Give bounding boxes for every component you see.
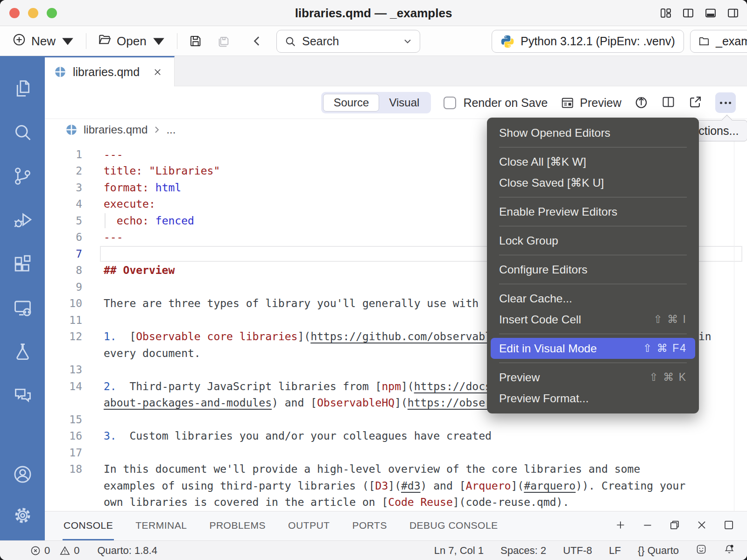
- menu-item-preview[interactable]: Preview⇧ ⌘ K: [487, 367, 699, 388]
- menu-item-close-saved-k-u[interactable]: Close Saved [⌘K U]: [487, 172, 699, 193]
- code-line-content[interactable]: format: html: [104, 182, 181, 194]
- eol-status[interactable]: LF: [609, 545, 621, 557]
- split-editor-layout-icon[interactable]: [682, 7, 695, 21]
- code-line-content[interactable]: echo: fenced: [104, 215, 194, 227]
- source-control-icon[interactable]: [0, 154, 45, 198]
- panel-tab-output[interactable]: OUTPUT: [287, 511, 331, 540]
- panel-tab-debug-console[interactable]: DEBUG CONSOLE: [409, 511, 499, 540]
- toggle-panel-icon[interactable]: [704, 7, 717, 21]
- account-icon[interactable]: [0, 454, 45, 495]
- save-all-button[interactable]: [217, 34, 231, 48]
- toggle-secondary-sidebar-icon[interactable]: [726, 7, 740, 21]
- tab-libraries-qmd[interactable]: libraries.qmd: [45, 56, 175, 86]
- code-line-content[interactable]: own libraries is covered in the article …: [104, 496, 569, 508]
- menu-item-show-opened-editors[interactable]: Show Opened Editors: [487, 122, 699, 143]
- code-line-content[interactable]: In this document we'll provide a high-le…: [104, 463, 640, 475]
- code-line-content[interactable]: title: "Libraries": [104, 165, 220, 177]
- menu-item-edit-in-visual-mode[interactable]: Edit in Visual Mode⇧ ⌘ F4: [491, 338, 695, 359]
- workspace-selector-button[interactable]: _examples: [690, 30, 747, 53]
- code-line[interactable]: own libraries is covered in the article …: [45, 494, 747, 511]
- explorer-icon[interactable]: [0, 66, 45, 110]
- extensions-icon[interactable]: [0, 242, 45, 286]
- search-placeholder: Search: [302, 35, 339, 48]
- code-line-content[interactable]: ---: [104, 231, 123, 243]
- quarto-version-status[interactable]: Quarto: 1.8.4: [98, 545, 157, 557]
- menu-item-enable-preview-editors[interactable]: Enable Preview Editors: [487, 201, 699, 222]
- testing-icon[interactable]: [0, 329, 45, 373]
- code-line-content[interactable]: ---: [104, 148, 123, 161]
- chevron-down-icon: [152, 34, 166, 48]
- activity-bar: [0, 56, 45, 540]
- line-number: 15: [45, 413, 82, 426]
- code-line[interactable]: 18In this document we'll provide a high-…: [45, 461, 747, 478]
- line-number: 18: [45, 463, 82, 475]
- menu-item-lock-group[interactable]: Lock Group: [487, 230, 699, 251]
- visual-mode-button[interactable]: Visual: [379, 94, 429, 112]
- render-on-save-checkbox[interactable]: [444, 97, 456, 109]
- render-button[interactable]: [634, 95, 648, 111]
- panel-tab-problems[interactable]: PROBLEMS: [208, 511, 267, 540]
- code-line[interactable]: 15: [45, 411, 747, 428]
- menu-item-label: Clear Cache...: [499, 292, 572, 305]
- comments-icon[interactable]: [0, 373, 45, 417]
- chevron-down-icon: [61, 34, 75, 48]
- code-line-content[interactable]: examples of using third-party libraries …: [104, 480, 685, 492]
- panel-tab-console[interactable]: CONSOLE: [63, 511, 114, 540]
- editor-actions-menu: Show Opened EditorsClose All [⌘K W]Close…: [487, 118, 699, 413]
- split-editor-button[interactable]: [661, 95, 676, 111]
- menu-item-clear-cache[interactable]: Clear Cache...: [487, 288, 699, 309]
- code-line-content[interactable]: 3. Custom libraries you and/or your coll…: [104, 430, 492, 442]
- remote-explorer-icon[interactable]: [0, 286, 45, 329]
- open-button[interactable]: Open: [98, 33, 166, 50]
- menu-item-preview-format[interactable]: Preview Format...: [487, 388, 699, 409]
- interpreter-selector-button[interactable]: Python 3.12.1 (PipEnv: .venv): [492, 30, 684, 53]
- menu-item-label: Enable Preview Editors: [499, 205, 617, 218]
- panel-tab-terminal[interactable]: TERMINAL: [134, 511, 188, 540]
- open-in-new-window-button[interactable]: [688, 95, 703, 111]
- feedback-button[interactable]: [696, 544, 707, 558]
- code-line-content[interactable]: execute:: [104, 198, 155, 210]
- notifications-button[interactable]: [724, 544, 735, 558]
- source-mode-button[interactable]: Source: [323, 94, 379, 112]
- code-line-content[interactable]: ## Overview: [104, 264, 175, 276]
- line-number: 7: [45, 248, 82, 260]
- menu-item-label: Preview Format...: [499, 392, 589, 405]
- settings-icon[interactable]: [0, 495, 45, 536]
- navigate-back-button[interactable]: [250, 34, 264, 48]
- menu-item-configure-editors[interactable]: Configure Editors: [487, 259, 699, 280]
- language-mode-status[interactable]: {} Quarto: [638, 545, 679, 557]
- warning-count: 0: [74, 545, 79, 557]
- tab-label: libraries.qmd: [73, 65, 140, 79]
- search-icon[interactable]: [0, 110, 45, 154]
- breadcrumb-file[interactable]: libraries.qmd: [84, 123, 148, 136]
- run-debug-icon[interactable]: [0, 198, 45, 242]
- code-line-content[interactable]: every document.: [104, 347, 201, 359]
- code-line[interactable]: 163. Custom libraries you and/or your co…: [45, 428, 747, 445]
- save-button[interactable]: [189, 34, 203, 48]
- problems-status[interactable]: 0 0: [30, 545, 80, 557]
- breadcrumb-more[interactable]: ...: [166, 123, 176, 136]
- minimize-icon[interactable]: [641, 519, 654, 533]
- menu-item-close-all-k-w[interactable]: Close All [⌘K W]: [487, 151, 699, 172]
- code-line[interactable]: 17: [45, 444, 747, 461]
- restore-icon[interactable]: [669, 519, 681, 533]
- cursor-position-status[interactable]: Ln 7, Col 1: [434, 545, 484, 557]
- close-tab-icon[interactable]: [153, 67, 162, 77]
- code-line-content[interactable]: There are three types of library you'll …: [104, 297, 479, 309]
- customize-layout-icon[interactable]: [659, 7, 672, 21]
- preview-button[interactable]: Preview: [560, 96, 621, 110]
- new-button[interactable]: New: [12, 33, 75, 50]
- encoding-status[interactable]: UTF-8: [563, 545, 592, 557]
- quarto-file-icon: [65, 124, 78, 136]
- panel-tab-ports[interactable]: PORTS: [351, 511, 388, 540]
- code-line[interactable]: examples of using third-party libraries …: [45, 477, 747, 494]
- scrollbar-track[interactable]: [734, 140, 734, 511]
- more-actions-button[interactable]: [715, 92, 736, 113]
- search-input[interactable]: Search: [276, 30, 420, 53]
- menu-item-insert-code-cell[interactable]: Insert Code Cell⇧ ⌘ I: [487, 309, 699, 330]
- line-number: 8: [45, 264, 82, 276]
- add-icon[interactable]: [614, 519, 627, 533]
- close-icon[interactable]: [696, 519, 708, 533]
- panel-layout-icon[interactable]: [723, 519, 735, 533]
- indentation-status[interactable]: Spaces: 2: [500, 545, 546, 557]
